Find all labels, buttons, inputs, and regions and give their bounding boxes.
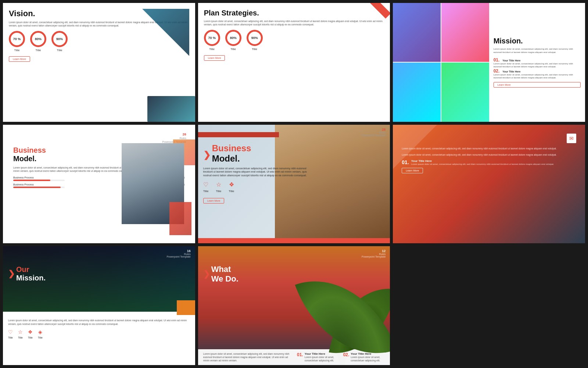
svg-marker-0 xyxy=(142,9,189,56)
slide5-icons: ♡ Title ☆ Title ❖ Title xyxy=(203,181,343,193)
slide7-icon-3-lbl: Title xyxy=(28,336,33,339)
slide1-bottom-img xyxy=(147,96,195,122)
slide8-item-2-text: Lorem ipsum dolor sit amet, consectetuer… xyxy=(351,355,385,362)
bg-triangle-deco xyxy=(136,3,195,62)
slide4-page-num: 26 xyxy=(162,132,186,137)
slide-what-we-do: 12 Rules Powerpoint Template ❯ What We D… xyxy=(198,246,390,365)
slide6-item-1-text: Lorem ipsum dolor sit amet, consectetuer… xyxy=(411,163,554,166)
slide1-learn-btn[interactable]: Learn More xyxy=(9,56,30,62)
slide5-page-info: 28 Rules Powerpoint Template xyxy=(362,128,386,137)
slide2-circle-3: 90% Title xyxy=(247,30,263,51)
slide3-item-2-num: 02. xyxy=(494,68,500,74)
slide5-icon-2-sym: ☆ xyxy=(216,181,221,188)
slide5-body: Lorem ipsum dolor sit amet, consectetuer… xyxy=(203,167,313,177)
slide7-page-num: 16 xyxy=(166,249,190,253)
slide5-icon-3-lbl: Title xyxy=(229,190,234,193)
slide3-item-1-text: Lorem ipsum dolor sit amet, consectetuer… xyxy=(494,63,581,68)
slide5-page-num: 28 xyxy=(362,128,386,131)
slide7-mission-box: ❯ Our Mission. xyxy=(3,261,51,287)
slide7-icon-1-sym: ♡ xyxy=(8,329,13,335)
slide7-chevron: ❯ xyxy=(8,269,15,279)
slide2-title: Plan Strategies. xyxy=(204,9,384,17)
slide8-bottom-section: Lorem ipsum dolor sit amet, consectetuer… xyxy=(198,349,390,365)
slide7-icon-2: ☆ Title xyxy=(18,329,23,339)
slide2-learn-btn[interactable]: Learn More xyxy=(204,55,225,61)
slide6-body: Lorem ipsum dolor sit amet, consectetuer… xyxy=(402,147,576,150)
circle-1-label: Title xyxy=(14,49,20,52)
slide8-item-2: 02. Your Title Here Lorem ipsum dolor si… xyxy=(343,352,385,362)
slide3-item-1: 01. Your Title Here Lorem ipsum dolor si… xyxy=(494,57,581,68)
slide8-item-2-num: 02. xyxy=(343,352,349,357)
slide3-item-1-title: Your Title Here xyxy=(502,59,520,62)
slide5-icon-1: ♡ Title xyxy=(203,181,209,193)
slide5-icon-3-sym: ❖ xyxy=(229,181,234,188)
slide8-header: 12 Rules Powerpoint Template xyxy=(198,246,390,261)
slide3-photo-1 xyxy=(393,3,441,62)
slide3-photo-2 xyxy=(441,3,489,62)
slide7-titles: Our Mission. xyxy=(16,265,46,282)
slide-business-left: 26 Rules Powerpoint Template Business Mo… xyxy=(3,125,195,244)
slide2-circles: 70 % Title 80% Title 90% Title xyxy=(204,30,384,51)
slide5-icon-1-lbl: Title xyxy=(203,190,209,193)
slide7-title-our: Our xyxy=(16,265,46,274)
slide7-icon-4-sym: ◈ xyxy=(38,329,42,335)
slide4-photo-collage xyxy=(114,139,195,235)
slide6-learn-btn[interactable]: Learn More xyxy=(402,168,423,173)
slide5-icon-2-lbl: Title xyxy=(216,190,221,193)
slide6-item-1-title: Your Title Here xyxy=(411,159,554,163)
slide8-bottom-row: Lorem ipsum dolor sit amet, consectetuer… xyxy=(203,352,385,362)
slide8-page-info: 12 Rules Powerpoint Template xyxy=(362,249,386,258)
slide5-icon-2: ☆ Title xyxy=(216,181,221,193)
slide8-title-wedo: We Do. xyxy=(211,274,239,284)
slide2-circle-3-lbl: Title xyxy=(252,47,257,51)
slide7-header: 16 Rules Powerpoint Template xyxy=(3,246,195,261)
slide-vision: Vision. Lorem ipsum dolor sit amet, cons… xyxy=(3,3,195,122)
slide7-bottom-content: Lorem ipsum dolor sit amet, consectetuer… xyxy=(3,315,195,365)
slide2-circle-2-lbl: Title xyxy=(230,47,236,51)
slide3-photo-4 xyxy=(441,63,489,121)
slide5-bottom-bar xyxy=(198,238,390,243)
slide8-item-2-content: Your Title Here Lorem ipsum dolor sit am… xyxy=(351,352,385,362)
slide4-progress-2-name: Business Process xyxy=(13,183,34,186)
slide8-item-2-title: Your Title Here xyxy=(351,352,385,355)
slide7-icon-3-sym: ❖ xyxy=(28,329,33,335)
circle-2: 80% Title xyxy=(30,31,46,52)
slide3-item-2: 02. Your Title Here Lorem ipsum dolor si… xyxy=(494,68,581,79)
slide2-circle-2: 80% Title xyxy=(225,30,241,51)
slide4-bar-fill-1 xyxy=(13,180,50,181)
slide3-item-2-text: Lorem ipsum dolor sit amet, consectetuer… xyxy=(494,74,581,79)
slide4-bar-fill-2 xyxy=(13,187,61,188)
slide3-photos xyxy=(393,3,489,122)
slide4-bar-bg-2 xyxy=(13,187,65,188)
slide3-item-1-num: 01. xyxy=(494,57,500,63)
slide7-icon-4-lbl: Title xyxy=(38,336,43,339)
circle-3: 90% Title xyxy=(51,31,68,52)
slide7-orange-bar xyxy=(177,300,195,315)
slide3-title: Mission. xyxy=(494,37,581,45)
slide7-icon-1-lbl: Title xyxy=(8,336,13,339)
slide5-title-red: Business xyxy=(212,143,251,153)
slide-our-mission: 16 Rules Powerpoint Template ❯ Our Missi… xyxy=(3,246,195,365)
slide5-icon-3: ❖ Title xyxy=(229,181,234,193)
slide5-learn-btn[interactable]: Learn More xyxy=(203,198,225,204)
slide8-num-items: 01. Your Title Here Lorem ipsum dolor si… xyxy=(297,352,385,362)
slide4-bar-bg-1 xyxy=(13,180,65,181)
slide5-title-row: ❯ Business Model. xyxy=(203,143,343,167)
slide3-learn-btn[interactable]: Learn More xyxy=(494,82,581,88)
slide2-circle-3-val: 90% xyxy=(247,30,263,46)
slide6-item-1: 01. Your Title Here Lorem ipsum dolor si… xyxy=(402,159,576,166)
slide6-mail-row: ✉ xyxy=(402,134,576,143)
slide7-page-info: 16 Rules Powerpoint Template xyxy=(166,249,190,258)
mail-icon: ✉ xyxy=(569,135,574,141)
slide6-item-1-num: 01. xyxy=(402,159,409,165)
circle-1-value: 70 % xyxy=(9,31,25,47)
slide7-icons: ♡ Title ☆ Title ❖ Title ◈ Title xyxy=(8,329,190,339)
slide4-photo-accent xyxy=(169,202,191,235)
slide5-titles: Business Model. xyxy=(212,143,251,167)
slide7-title-row: ❯ Our Mission. xyxy=(8,265,46,282)
slide8-item-1-num: 01. xyxy=(297,352,303,357)
slide-plan: Plan Strategies. Lorem ipsum dolor sit a… xyxy=(198,3,390,122)
slide8-item-1-title: Your Title Here xyxy=(305,352,339,355)
slide5-icon-1-sym: ♡ xyxy=(203,181,208,188)
slide4-progress-1-name: Business Process xyxy=(13,176,34,179)
